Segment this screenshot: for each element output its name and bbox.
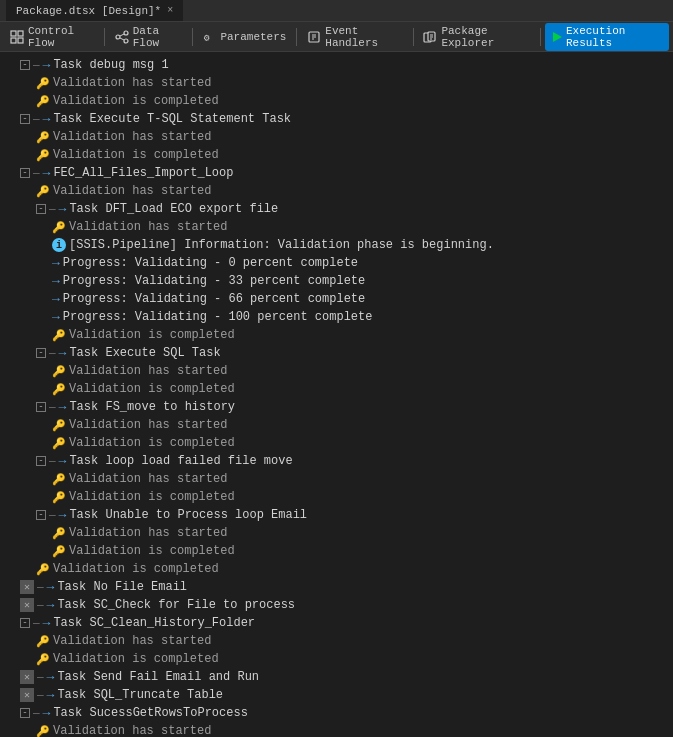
log-line: 🔑 Validation is completed xyxy=(0,146,673,164)
toolbar-execution-results[interactable]: Execution Results xyxy=(545,23,669,51)
connector-icon: — xyxy=(33,113,40,125)
log-line: → Progress: Validating - 0 percent compl… xyxy=(0,254,673,272)
connector-icon: — xyxy=(33,707,40,719)
log-line: ✕ — → Task SC_Check for File to process xyxy=(0,596,673,614)
connector-icon: — xyxy=(37,671,44,683)
log-line: 🔑 Validation is completed xyxy=(0,380,673,398)
arrow-right-icon: → xyxy=(47,688,55,703)
expand-icon[interactable]: - xyxy=(36,402,46,412)
log-text: Validation is completed xyxy=(69,490,235,504)
toolbar-control-flow[interactable]: Control Flow xyxy=(4,24,100,50)
execution-log: - — → Task debug msg 1 🔑 Validation has … xyxy=(0,52,673,737)
arrow-right-icon: → xyxy=(43,616,51,631)
progress-arrow-icon: → xyxy=(52,256,60,271)
toolbar: Control Flow Data Flow ⚙ Parameters xyxy=(0,22,673,52)
key-icon: 🔑 xyxy=(36,76,50,90)
arrow-right-icon: → xyxy=(59,454,67,469)
title-tab[interactable]: Package.dtsx [Design]* × xyxy=(6,0,183,21)
log-text: Validation has started xyxy=(53,130,211,144)
expand-icon[interactable]: - xyxy=(20,708,30,718)
log-text: Task Execute T-SQL Statement Task xyxy=(53,112,291,126)
log-text: Task DFT_Load ECO export file xyxy=(69,202,278,216)
log-line: ✕ — → Task No File Email xyxy=(0,578,673,596)
svg-rect-3 xyxy=(18,38,23,43)
arrow-right-icon: → xyxy=(47,670,55,685)
toolbar-package-explorer[interactable]: Package Explorer xyxy=(417,24,536,50)
svg-rect-2 xyxy=(11,38,16,43)
x-icon: ✕ xyxy=(20,598,34,612)
log-text: Progress: Validating - 33 percent comple… xyxy=(63,274,365,288)
connector-icon: — xyxy=(49,347,56,359)
play-triangle-icon xyxy=(553,32,562,42)
key-complete-icon: 🔑 xyxy=(36,94,50,108)
expand-icon[interactable]: - xyxy=(20,618,30,628)
log-text: Progress: Validating - 0 percent complet… xyxy=(63,256,358,270)
log-line: 🔑 Validation has started xyxy=(0,182,673,200)
play-icon xyxy=(553,32,562,42)
log-text: Task debug msg 1 xyxy=(53,58,168,72)
connector-icon: — xyxy=(49,401,56,413)
log-line: 🔑 Validation is completed xyxy=(0,92,673,110)
svg-rect-0 xyxy=(11,31,16,36)
log-line: - — → FEC_All_Files_Import_Loop xyxy=(0,164,673,182)
key-icon: 🔑 xyxy=(36,184,50,198)
svg-point-6 xyxy=(124,39,128,43)
log-line: → Progress: Validating - 66 percent comp… xyxy=(0,290,673,308)
x-icon: ✕ xyxy=(20,670,34,684)
events-icon xyxy=(307,30,321,44)
log-line: 🔑 Validation has started xyxy=(0,722,673,737)
key-icon: 🔑 xyxy=(52,418,66,432)
log-text: Validation has started xyxy=(53,76,211,90)
arrow-right-icon: → xyxy=(43,166,51,181)
log-line: 🔑 Validation has started xyxy=(0,362,673,380)
svg-line-8 xyxy=(120,38,124,40)
log-text: Task SucessGetRowsToProcess xyxy=(53,706,247,720)
log-text: Validation is completed xyxy=(69,436,235,450)
key-icon: 🔑 xyxy=(36,724,50,737)
expand-icon[interactable]: - xyxy=(36,510,46,520)
toolbar-event-handlers[interactable]: Event Handlers xyxy=(301,24,408,50)
expand-icon[interactable]: - xyxy=(36,204,46,214)
arrow-right-icon: → xyxy=(59,202,67,217)
log-line: 🔑 Validation is completed xyxy=(0,434,673,452)
connector-icon: — xyxy=(37,689,44,701)
tab-label: Package.dtsx [Design]* xyxy=(16,5,161,17)
toolbar-data-flow[interactable]: Data Flow xyxy=(109,24,188,50)
explorer-icon xyxy=(423,30,437,44)
expand-icon[interactable]: - xyxy=(20,168,30,178)
log-line: → Progress: Validating - 100 percent com… xyxy=(0,308,673,326)
tab-close-button[interactable]: × xyxy=(167,5,173,16)
connector-icon: — xyxy=(33,59,40,71)
log-text: Task Unable to Process loop Email xyxy=(69,508,307,522)
params-icon: ⚙ xyxy=(202,30,216,44)
log-line: - — → Task debug msg 1 xyxy=(0,56,673,74)
log-line: 🔑 Validation has started xyxy=(0,128,673,146)
arrow-right-icon: → xyxy=(47,598,55,613)
arrow-right-icon: → xyxy=(59,400,67,415)
log-text: Validation is completed xyxy=(53,652,219,666)
expand-icon[interactable]: - xyxy=(36,348,46,358)
log-text: Validation is completed xyxy=(53,148,219,162)
expand-icon[interactable]: - xyxy=(20,114,30,124)
x-icon: ✕ xyxy=(20,580,34,594)
log-text: Task loop load failed file move xyxy=(69,454,292,468)
expand-icon[interactable]: - xyxy=(20,60,30,70)
divider-4 xyxy=(413,28,414,46)
toolbar-parameters[interactable]: ⚙ Parameters xyxy=(196,24,292,50)
arrow-right-icon: → xyxy=(43,112,51,127)
log-line: - — → Task DFT_Load ECO export file xyxy=(0,200,673,218)
arrow-right-icon: → xyxy=(59,508,67,523)
flow-icon xyxy=(115,30,129,44)
log-line: 🔑 Validation is completed xyxy=(0,326,673,344)
key-complete-icon: 🔑 xyxy=(52,490,66,504)
log-text: Validation is completed xyxy=(69,544,235,558)
data-flow-label: Data Flow xyxy=(133,25,182,49)
info-icon: i xyxy=(52,238,66,252)
grid-icon xyxy=(10,30,24,44)
expand-icon[interactable]: - xyxy=(36,456,46,466)
key-icon: 🔑 xyxy=(36,634,50,648)
log-text: [SSIS.Pipeline] Information: Validation … xyxy=(69,238,494,252)
key-complete-icon: 🔑 xyxy=(36,562,50,576)
log-line: 🔑 Validation has started xyxy=(0,416,673,434)
parameters-label: Parameters xyxy=(220,31,286,43)
